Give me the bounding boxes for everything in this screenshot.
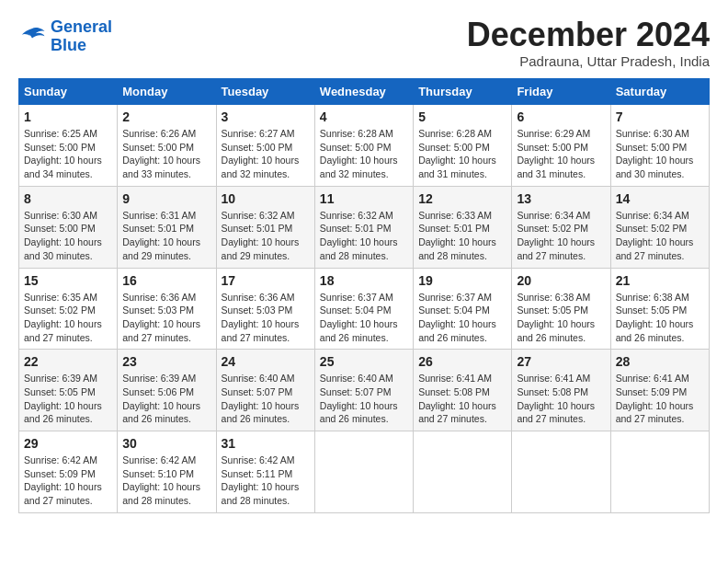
calendar-cell: 12Sunrise: 6:33 AM Sunset: 5:01 PM Dayli…	[414, 186, 512, 268]
day-info: Sunrise: 6:36 AM Sunset: 5:03 PM Dayligh…	[122, 291, 210, 345]
day-info: Sunrise: 6:28 AM Sunset: 5:00 PM Dayligh…	[320, 127, 408, 181]
day-number: 10	[222, 191, 310, 206]
calendar-cell: 2Sunrise: 6:26 AM Sunset: 5:00 PM Daylig…	[118, 105, 216, 187]
calendar-cell: 5Sunrise: 6:28 AM Sunset: 5:00 PM Daylig…	[414, 105, 512, 187]
calendar-header-tuesday: Tuesday	[216, 79, 314, 105]
calendar-cell: 15Sunrise: 6:35 AM Sunset: 5:02 PM Dayli…	[19, 268, 118, 350]
day-number: 11	[320, 191, 408, 206]
calendar-week-row: 22Sunrise: 6:39 AM Sunset: 5:05 PM Dayli…	[19, 350, 710, 431]
day-info: Sunrise: 6:42 AM Sunset: 5:10 PM Dayligh…	[122, 454, 210, 508]
calendar-cell: 3Sunrise: 6:27 AM Sunset: 5:00 PM Daylig…	[216, 105, 314, 187]
calendar-cell: 10Sunrise: 6:32 AM Sunset: 5:01 PM Dayli…	[216, 186, 314, 268]
calendar-table: SundayMondayTuesdayWednesdayThursdayFrid…	[18, 78, 710, 513]
day-number: 7	[616, 109, 704, 124]
day-number: 25	[320, 354, 408, 369]
calendar-cell: 14Sunrise: 6:34 AM Sunset: 5:02 PM Dayli…	[610, 186, 709, 268]
calendar-cell: 26Sunrise: 6:41 AM Sunset: 5:08 PM Dayli…	[414, 350, 512, 431]
calendar-week-row: 29Sunrise: 6:42 AM Sunset: 5:09 PM Dayli…	[19, 431, 710, 513]
calendar-cell: 21Sunrise: 6:38 AM Sunset: 5:05 PM Dayli…	[610, 268, 709, 350]
day-number: 20	[517, 273, 605, 288]
calendar-header-row: SundayMondayTuesdayWednesdayThursdayFrid…	[19, 79, 710, 105]
day-info: Sunrise: 6:40 AM Sunset: 5:07 PM Dayligh…	[222, 372, 310, 426]
day-info: Sunrise: 6:39 AM Sunset: 5:05 PM Dayligh…	[24, 372, 112, 426]
calendar-cell	[414, 431, 512, 513]
day-number: 18	[320, 273, 408, 288]
day-info: Sunrise: 6:30 AM Sunset: 5:00 PM Dayligh…	[616, 127, 704, 181]
day-number: 8	[24, 191, 112, 206]
calendar-week-row: 15Sunrise: 6:35 AM Sunset: 5:02 PM Dayli…	[19, 268, 710, 350]
day-info: Sunrise: 6:32 AM Sunset: 5:01 PM Dayligh…	[222, 209, 310, 263]
day-info: Sunrise: 6:34 AM Sunset: 5:02 PM Dayligh…	[616, 209, 704, 263]
day-info: Sunrise: 6:37 AM Sunset: 5:04 PM Dayligh…	[418, 291, 506, 345]
calendar-week-row: 1Sunrise: 6:25 AM Sunset: 5:00 PM Daylig…	[19, 105, 710, 187]
day-number: 5	[418, 109, 506, 124]
day-info: Sunrise: 6:42 AM Sunset: 5:09 PM Dayligh…	[24, 454, 112, 508]
calendar-cell: 8Sunrise: 6:30 AM Sunset: 5:00 PM Daylig…	[19, 186, 118, 268]
day-number: 27	[517, 354, 605, 369]
calendar-cell: 18Sunrise: 6:37 AM Sunset: 5:04 PM Dayli…	[314, 268, 413, 350]
calendar-cell	[314, 431, 413, 513]
day-number: 15	[24, 273, 112, 288]
day-number: 31	[222, 436, 310, 451]
calendar-header-thursday: Thursday	[414, 79, 512, 105]
day-info: Sunrise: 6:27 AM Sunset: 5:00 PM Dayligh…	[222, 127, 310, 181]
location-subtitle: Padrauna, Uttar Pradesh, India	[467, 53, 710, 69]
calendar-cell: 24Sunrise: 6:40 AM Sunset: 5:07 PM Dayli…	[216, 350, 314, 431]
calendar-cell: 6Sunrise: 6:29 AM Sunset: 5:00 PM Daylig…	[512, 105, 610, 187]
calendar-cell: 25Sunrise: 6:40 AM Sunset: 5:07 PM Dayli…	[314, 350, 413, 431]
day-number: 16	[122, 273, 210, 288]
calendar-cell: 7Sunrise: 6:30 AM Sunset: 5:00 PM Daylig…	[610, 105, 709, 187]
day-info: Sunrise: 6:40 AM Sunset: 5:07 PM Dayligh…	[320, 372, 408, 426]
day-info: Sunrise: 6:37 AM Sunset: 5:04 PM Dayligh…	[320, 291, 408, 345]
day-number: 29	[24, 436, 112, 451]
calendar-cell: 28Sunrise: 6:41 AM Sunset: 5:09 PM Dayli…	[610, 350, 709, 431]
day-info: Sunrise: 6:32 AM Sunset: 5:01 PM Dayligh…	[320, 209, 408, 263]
day-number: 28	[616, 354, 704, 369]
calendar-cell: 31Sunrise: 6:42 AM Sunset: 5:11 PM Dayli…	[216, 431, 314, 513]
day-info: Sunrise: 6:30 AM Sunset: 5:00 PM Dayligh…	[24, 209, 112, 263]
title-area: December 2024 Padrauna, Uttar Pradesh, I…	[467, 18, 710, 69]
day-info: Sunrise: 6:28 AM Sunset: 5:00 PM Dayligh…	[418, 127, 506, 181]
day-info: Sunrise: 6:41 AM Sunset: 5:08 PM Dayligh…	[517, 372, 605, 426]
day-info: Sunrise: 6:31 AM Sunset: 5:01 PM Dayligh…	[122, 209, 210, 263]
month-title: December 2024	[467, 18, 710, 52]
calendar-header-monday: Monday	[118, 79, 216, 105]
day-number: 9	[122, 191, 210, 206]
day-number: 1	[24, 109, 112, 124]
day-number: 6	[517, 109, 605, 124]
day-number: 12	[418, 191, 506, 206]
calendar-cell: 17Sunrise: 6:36 AM Sunset: 5:03 PM Dayli…	[216, 268, 314, 350]
calendar-cell: 22Sunrise: 6:39 AM Sunset: 5:05 PM Dayli…	[19, 350, 118, 431]
day-number: 17	[222, 273, 310, 288]
day-info: Sunrise: 6:38 AM Sunset: 5:05 PM Dayligh…	[517, 291, 605, 345]
day-number: 23	[122, 354, 210, 369]
page-header: General Blue December 2024 Padrauna, Utt…	[18, 18, 710, 69]
day-info: Sunrise: 6:29 AM Sunset: 5:00 PM Dayligh…	[517, 127, 605, 181]
day-info: Sunrise: 6:34 AM Sunset: 5:02 PM Dayligh…	[517, 209, 605, 263]
day-info: Sunrise: 6:33 AM Sunset: 5:01 PM Dayligh…	[418, 209, 506, 263]
day-info: Sunrise: 6:41 AM Sunset: 5:08 PM Dayligh…	[418, 372, 506, 426]
day-number: 3	[222, 109, 310, 124]
calendar-cell: 19Sunrise: 6:37 AM Sunset: 5:04 PM Dayli…	[414, 268, 512, 350]
day-number: 30	[122, 436, 210, 451]
day-number: 2	[122, 109, 210, 124]
day-number: 26	[418, 354, 506, 369]
calendar-cell: 1Sunrise: 6:25 AM Sunset: 5:00 PM Daylig…	[19, 105, 118, 187]
day-number: 14	[616, 191, 704, 206]
calendar-cell: 27Sunrise: 6:41 AM Sunset: 5:08 PM Dayli…	[512, 350, 610, 431]
day-info: Sunrise: 6:36 AM Sunset: 5:03 PM Dayligh…	[222, 291, 310, 345]
logo: General Blue	[18, 18, 112, 55]
calendar-cell: 4Sunrise: 6:28 AM Sunset: 5:00 PM Daylig…	[314, 105, 413, 187]
logo-text: General Blue	[51, 18, 112, 55]
day-info: Sunrise: 6:41 AM Sunset: 5:09 PM Dayligh…	[616, 372, 704, 426]
calendar-cell	[512, 431, 610, 513]
day-number: 19	[418, 273, 506, 288]
calendar-cell: 13Sunrise: 6:34 AM Sunset: 5:02 PM Dayli…	[512, 186, 610, 268]
calendar-header-wednesday: Wednesday	[314, 79, 413, 105]
day-info: Sunrise: 6:25 AM Sunset: 5:00 PM Dayligh…	[24, 127, 112, 181]
day-info: Sunrise: 6:38 AM Sunset: 5:05 PM Dayligh…	[616, 291, 704, 345]
day-number: 22	[24, 354, 112, 369]
calendar-cell: 11Sunrise: 6:32 AM Sunset: 5:01 PM Dayli…	[314, 186, 413, 268]
calendar-cell	[610, 431, 709, 513]
calendar-week-row: 8Sunrise: 6:30 AM Sunset: 5:00 PM Daylig…	[19, 186, 710, 268]
